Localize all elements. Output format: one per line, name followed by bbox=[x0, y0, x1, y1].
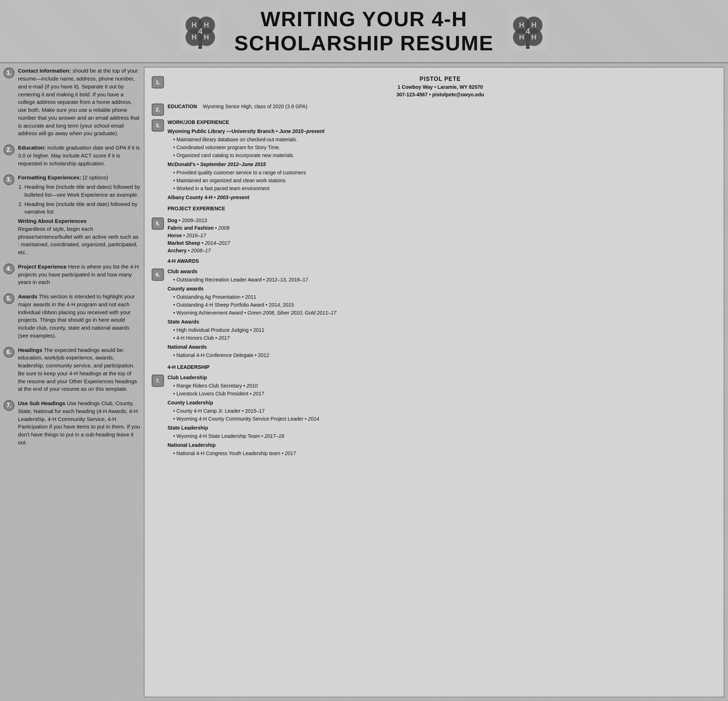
club-awards-list: Outstanding Recreation Leader Award • 20… bbox=[168, 276, 713, 284]
work-heading: WORK/JOB EXPERIENCE bbox=[168, 119, 713, 126]
resume-project-label: PROJECT EXPERIENCE bbox=[168, 205, 713, 214]
county-leadership-label: County Leadership bbox=[168, 399, 713, 406]
svg-text:H: H bbox=[192, 33, 196, 41]
club-award-1: Outstanding Recreation Leader Award • 20… bbox=[173, 276, 713, 284]
resume-leadership-block: Club Leadership Range Riders Club Secret… bbox=[168, 374, 713, 459]
project-heading: PROJECT EXPERIENCE bbox=[168, 205, 713, 212]
svg-text:H: H bbox=[204, 33, 209, 41]
instruction-item-7: 7. Use Sub Headings Use headings Club, C… bbox=[4, 399, 140, 447]
resume-step-badge-5: 5. bbox=[152, 217, 164, 230]
svg-text:H: H bbox=[532, 21, 536, 29]
instruction-text-5: Awards This section is intended to highl… bbox=[18, 293, 140, 340]
left-4h-logo: H H H H 4 bbox=[181, 12, 220, 51]
state-leadership-1: Wyoming 4-H State Leadership Team • 2017… bbox=[173, 432, 713, 440]
step-badge-3: 3. bbox=[4, 174, 14, 185]
project-dog: Dog • 2009–2013 bbox=[168, 217, 713, 224]
county-award-2: Outstanding 4-H Sheep Portfolio Award • … bbox=[173, 301, 713, 309]
resume-work-block: WORK/JOB EXPERIENCE Wyoming Public Libra… bbox=[168, 119, 713, 202]
instruction-bold-4: Project Experience bbox=[18, 263, 66, 270]
work-bullet-2-2: Maintained an organized and clean work s… bbox=[173, 177, 713, 184]
instruction-bold-1: Contact Information: bbox=[18, 68, 71, 74]
instruction-item-6: 6. Headings The expected headings would … bbox=[4, 346, 140, 393]
project-sheep: Market Sheep • 2014–2017 bbox=[168, 239, 713, 247]
club-leadership-1: Range Riders Club Secretary • 2010 bbox=[173, 382, 713, 390]
instruction-item-3: 3. Formatting Experiences: (2 options) H… bbox=[4, 173, 140, 256]
resume-education-block: EDUCATION Wyoming Senior High, class of … bbox=[168, 103, 308, 110]
instruction-bold-3: Formatting Experiences: bbox=[18, 174, 81, 181]
work-bullets-2: Provided quality customer service to a r… bbox=[168, 169, 713, 192]
county-award-1: Outstanding Ag Presentation • 2011 bbox=[173, 293, 713, 301]
county-awards-list: Outstanding Ag Presentation • 2011 Outst… bbox=[168, 293, 713, 317]
national-leadership-label: National Leadership bbox=[168, 441, 713, 449]
work-entry-1: Wyoming Public Library —University Branc… bbox=[168, 128, 713, 135]
instruction-bold-5: Awards bbox=[18, 293, 38, 299]
header-title: WRITING YOUR 4-H SCHOLARSHIP RESUME bbox=[234, 7, 494, 55]
instruction-text-1: Contact Information: should be at the to… bbox=[18, 67, 140, 137]
county-leadership-1: County 4-H Camp Jr. Leader • 2015–17 bbox=[173, 407, 713, 415]
resume-step-badge-6: 6. bbox=[152, 269, 164, 281]
resume-step-badge-3: 3. bbox=[152, 119, 164, 132]
resume-inner: 1. PISTOL PETE 1 Cowboy Way • Laramie, W… bbox=[144, 68, 724, 469]
work-bullet-1-1: Maintained library database on checked-o… bbox=[173, 136, 713, 143]
work-bullet-2-1: Provided quality customer service to a r… bbox=[173, 169, 713, 176]
resume-step-badge-7: 7. bbox=[152, 374, 164, 387]
instruction-text-7: Use Sub Headings Use headings Club, Coun… bbox=[18, 399, 140, 447]
club-leadership-list: Range Riders Club Secretary • 2010 Lives… bbox=[168, 382, 713, 397]
project-horse: Horse • 2016–17 bbox=[168, 232, 713, 239]
svg-text:H: H bbox=[532, 33, 536, 41]
national-leadership-1: National 4-H Congress Youth Leadership t… bbox=[173, 450, 713, 457]
instructions-column: 1. Contact Information: should be at the… bbox=[4, 67, 140, 697]
page-header: H H H H 4 WRITING YOUR 4-H SCHOLARSHIP R… bbox=[0, 0, 728, 63]
contact-phone-email: 307-123-4567 • pistolpete@uwyo.edu bbox=[168, 91, 713, 98]
state-awards-list: High Individual Produce Judging • 2011 4… bbox=[168, 327, 713, 342]
svg-rect-10 bbox=[198, 43, 202, 49]
instruction-item-4: 4. Project Experience Here is where you … bbox=[4, 263, 140, 286]
state-award-1: High Individual Produce Judging • 2011 bbox=[173, 327, 713, 334]
county-award-3: Wyoming Achievement Award • Green 2008, … bbox=[173, 309, 713, 317]
awards-heading: 4-H AWARDS bbox=[168, 257, 713, 265]
instruction-item-5: 5. Awards This section is intended to hi… bbox=[4, 293, 140, 340]
resume-projects-block: Dog • 2009–2013 Fabric and Fashion • 200… bbox=[168, 217, 713, 254]
leadership-heading: 4-H LEADERSHIP bbox=[168, 363, 713, 371]
state-leadership-label: State Leadership bbox=[168, 424, 713, 432]
step-badge-7: 7. bbox=[4, 400, 14, 411]
instruction-item-2: 2. Education: include graduation date an… bbox=[4, 144, 140, 167]
work-entry-2: McDonald's • September 2012–June 2015 bbox=[168, 161, 713, 168]
instruction-bold-2: Education: bbox=[18, 145, 46, 150]
resume-leadership-label: 4-H LEADERSHIP bbox=[168, 363, 713, 372]
right-4h-logo: H H H H 4 bbox=[508, 12, 547, 51]
project-archery: Archery • 2008–17 bbox=[168, 247, 713, 254]
instruction-text-3: Formatting Experiences: (2 options) Head… bbox=[18, 173, 140, 256]
resume-step-badge-2: 2. bbox=[152, 104, 164, 116]
national-awards-list: National 4-H Conference Delegate • 2012 bbox=[168, 351, 713, 359]
step-badge-6: 6. bbox=[4, 347, 14, 358]
work-bullet-1-2: Coordinated volunteer program for Story … bbox=[173, 144, 713, 151]
title-line2: SCHOLARSHIP RESUME bbox=[234, 31, 494, 55]
step-badge-5: 5. bbox=[4, 293, 14, 304]
national-leadership-list: National 4-H Congress Youth Leadership t… bbox=[168, 450, 713, 457]
county-leadership-list: County 4-H Camp Jr. Leader • 2015–17 Wyo… bbox=[168, 407, 713, 423]
education-label: EDUCATION bbox=[168, 103, 197, 110]
club-leadership-2: Livestock Lovers Club President • 2017 bbox=[173, 390, 713, 397]
resume-awards-block: Club awards Outstanding Recreation Leade… bbox=[168, 268, 713, 361]
county-awards-label: County awards bbox=[168, 285, 713, 293]
state-awards-label: State Awards bbox=[168, 318, 713, 326]
instruction-text-6: Headings The expected headings would be:… bbox=[18, 346, 140, 393]
work-entry-3: Albany County 4-H • 2003–present bbox=[168, 194, 713, 201]
work-bullets-1: Maintained library database on checked-o… bbox=[168, 136, 713, 159]
resume-awards-label: 4-H AWARDS bbox=[168, 257, 713, 266]
state-leadership-list: Wyoming 4-H State Leadership Team • 2017… bbox=[168, 432, 713, 440]
step-badge-2: 2. bbox=[4, 145, 14, 155]
education-value: Wyoming Senior High, class of 2020 (3.8 … bbox=[203, 103, 308, 110]
svg-text:H: H bbox=[519, 21, 524, 29]
club-awards-label: Club awards bbox=[168, 268, 713, 275]
contact-name: PISTOL PETE bbox=[168, 75, 713, 84]
national-awards-label: National Awards bbox=[168, 343, 713, 351]
project-fabric: Fabric and Fashion • 2008 bbox=[168, 224, 713, 232]
svg-text:4: 4 bbox=[526, 27, 530, 36]
instruction-text-2: Education: include graduation date and G… bbox=[18, 144, 140, 167]
svg-text:H: H bbox=[204, 21, 209, 29]
club-leadership-label: Club Leadership bbox=[168, 374, 713, 382]
national-award-1: National 4-H Conference Delegate • 2012 bbox=[173, 351, 713, 359]
contact-address: 1 Cowboy Way • Laramie, WY 82070 bbox=[168, 84, 713, 91]
